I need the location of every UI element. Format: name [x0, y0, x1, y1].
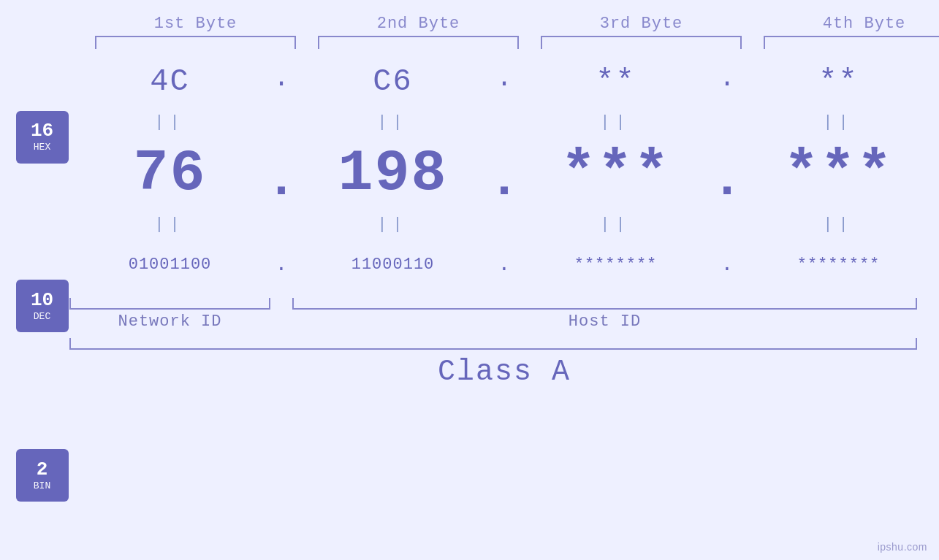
dec-val-4: *** — [738, 140, 939, 207]
hex-dot-1: . — [270, 64, 292, 93]
hex-val-1: 4C — [69, 64, 270, 99]
badge-hex-num: 16 — [31, 121, 53, 140]
eq-3: || — [515, 113, 716, 131]
hex-val-2: C6 — [292, 64, 493, 99]
byte-header-3: 3rd Byte — [541, 15, 742, 33]
main-container: 1st Byte 2nd Byte 3rd Byte 4th Byte 16 — [0, 0, 939, 560]
dec-val-1: 76 — [69, 140, 270, 207]
bracket-1 — [95, 36, 296, 49]
eq-8: || — [738, 215, 939, 234]
bin-val-3: ******** — [515, 256, 716, 274]
hex-dot-2: . — [493, 64, 515, 93]
hex-val-3: ** — [515, 64, 716, 99]
badge-bin-num: 2 — [37, 460, 48, 479]
eq-5: || — [69, 215, 270, 234]
badge-bin: 2 BIN — [16, 449, 69, 502]
host-bracket — [292, 298, 917, 310]
bin-val-2: 11000110 — [292, 256, 493, 274]
badge-bin-label: BIN — [34, 480, 50, 491]
dec-dot-2: . — [493, 152, 515, 210]
bin-val-4: ******** — [738, 256, 939, 274]
equals-row-2: || || || || — [69, 213, 939, 235]
badge-hex: 16 HEX — [16, 111, 69, 164]
dec-row: 76 . 198 . *** . *** — [69, 133, 939, 213]
hex-row: 4C . C6 . ** . ** — [69, 53, 939, 111]
byte-header-4: 4th Byte — [764, 15, 939, 33]
badge-dec: 10 DEC — [16, 280, 69, 332]
eq-7: || — [515, 215, 716, 234]
eq-1: || — [69, 113, 270, 131]
dec-dot-3: . — [716, 152, 738, 210]
bin-row: 01001100 . 11000110 . ******** . *******… — [69, 235, 939, 294]
equals-row-1: || || || || — [69, 111, 939, 133]
bin-dot-2: . — [493, 253, 515, 276]
network-bracket — [69, 298, 270, 310]
eq-2: || — [292, 113, 493, 131]
bracket-4 — [764, 36, 939, 49]
bracket-3 — [541, 36, 742, 49]
badge-dec-num: 10 — [31, 291, 53, 310]
data-columns: 4C . C6 . ** . ** || || || || 76 — [69, 53, 939, 560]
bin-dot-1: . — [270, 253, 292, 276]
eq-4: || — [738, 113, 939, 131]
hex-val-4: ** — [738, 64, 939, 99]
badge-hex-label: HEX — [34, 142, 50, 153]
watermark: ipshu.com — [878, 541, 927, 553]
network-id-label: Network ID — [69, 312, 270, 331]
host-id-label: Host ID — [292, 312, 917, 331]
eq-6: || — [292, 215, 493, 234]
class-bracket — [69, 338, 917, 350]
bin-val-1: 01001100 — [69, 256, 270, 274]
hex-dot-3: . — [716, 64, 738, 93]
class-label: Class A — [438, 356, 571, 388]
bracket-2 — [318, 36, 519, 49]
badge-dec-label: DEC — [34, 311, 50, 322]
bin-dot-3: . — [716, 253, 738, 276]
byte-header-2: 2nd Byte — [318, 15, 519, 33]
dec-val-3: *** — [515, 140, 716, 207]
badges-column: 16 HEX 10 DEC 2 BIN — [0, 53, 69, 560]
byte-header-1: 1st Byte — [95, 15, 296, 33]
dec-dot-1: . — [270, 152, 292, 210]
dec-val-2: 198 — [292, 140, 493, 207]
